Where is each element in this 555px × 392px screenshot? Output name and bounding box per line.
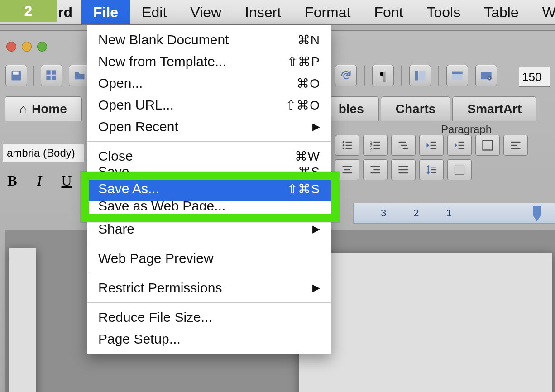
gallery-icon[interactable] bbox=[446, 65, 468, 86]
menu-page-setup[interactable]: Page Setup... bbox=[87, 328, 331, 350]
svg-rect-29 bbox=[431, 148, 436, 149]
menu-open-recent[interactable]: Open Recent ▶ bbox=[87, 116, 331, 138]
menu-reduce-file-size[interactable]: Reduce File Size... bbox=[87, 306, 331, 328]
multilevel-list-icon[interactable] bbox=[391, 135, 416, 156]
svg-point-16 bbox=[343, 148, 345, 150]
svg-text:3: 3 bbox=[370, 147, 372, 151]
menu-save-as[interactable]: Save As... ⇧⌘S bbox=[87, 176, 331, 201]
align-left-icon[interactable] bbox=[503, 135, 528, 156]
qat-save-icon[interactable] bbox=[5, 65, 27, 86]
menu-restrict-permissions-label: Restrict Permissions bbox=[98, 280, 222, 296]
menu-share-label: Share bbox=[98, 221, 134, 237]
menu-web-preview-label: Web Page Preview bbox=[98, 251, 214, 266]
font-style-group: B I U bbox=[3, 171, 76, 190]
close-window-icon[interactable] bbox=[6, 42, 16, 52]
underline-button[interactable]: U bbox=[57, 171, 76, 190]
svg-rect-4 bbox=[46, 76, 50, 80]
zoom-level[interactable]: 150 bbox=[519, 67, 550, 87]
menu-window[interactable]: Wi bbox=[531, 0, 555, 24]
menu-insert[interactable]: Insert bbox=[233, 0, 293, 24]
shading-icon[interactable] bbox=[447, 159, 472, 180]
ruler-mark-2: 2 bbox=[413, 207, 419, 219]
svg-rect-45 bbox=[399, 172, 408, 173]
window-traffic-lights[interactable] bbox=[6, 42, 47, 52]
menu-separator bbox=[87, 273, 331, 273]
menu-reduce-file-size-label: Reduce File Size... bbox=[98, 310, 212, 325]
svg-rect-31 bbox=[459, 145, 464, 146]
svg-rect-48 bbox=[431, 172, 436, 173]
menu-open[interactable]: Open... ⌘O bbox=[87, 72, 331, 94]
svg-rect-40 bbox=[371, 166, 380, 167]
font-name-field[interactable]: ambria (Body) bbox=[3, 144, 84, 162]
tab-charts[interactable]: Charts bbox=[381, 96, 451, 121]
horizontal-ruler[interactable]: 3 2 1 bbox=[353, 203, 555, 224]
qat-grid-icon[interactable] bbox=[41, 65, 62, 86]
menu-save[interactable]: Save ⌘S bbox=[87, 167, 331, 176]
align-right-icon[interactable] bbox=[363, 159, 388, 180]
svg-rect-13 bbox=[346, 142, 352, 143]
line-spacing-icon[interactable] bbox=[419, 159, 444, 180]
menu-separator bbox=[87, 244, 331, 244]
svg-rect-3 bbox=[52, 70, 56, 74]
minimize-window-icon[interactable] bbox=[22, 42, 32, 52]
file-menu-dropdown: New Blank Document ⌘N New from Template.… bbox=[87, 25, 331, 354]
step-badge: 2 bbox=[0, 0, 57, 22]
tab-home[interactable]: ⌂ Home bbox=[5, 96, 82, 121]
menu-restrict-permissions[interactable]: Restrict Permissions ▶ bbox=[87, 277, 331, 299]
svg-rect-6 bbox=[415, 71, 418, 81]
borders-icon[interactable] bbox=[475, 135, 500, 156]
tab-smartart[interactable]: SmartArt bbox=[452, 96, 536, 121]
svg-rect-23 bbox=[374, 148, 380, 149]
svg-rect-30 bbox=[459, 142, 464, 143]
menu-close-shortcut: ⌘W bbox=[295, 149, 320, 164]
bullet-list-icon[interactable] bbox=[335, 135, 359, 156]
menu-open-url[interactable]: Open URL... ⇧⌘O bbox=[87, 94, 331, 116]
menu-file[interactable]: File bbox=[81, 0, 130, 24]
svg-rect-19 bbox=[374, 142, 380, 143]
menu-view[interactable]: View bbox=[178, 0, 233, 24]
menu-tools[interactable]: Tools bbox=[415, 0, 472, 24]
ruler-tab-marker-icon[interactable] bbox=[533, 206, 541, 221]
svg-rect-7 bbox=[419, 71, 426, 81]
justify-icon[interactable] bbox=[391, 159, 416, 180]
zoom-window-icon[interactable] bbox=[37, 42, 47, 52]
media-icon[interactable] bbox=[475, 65, 497, 86]
tab-home-label: Home bbox=[32, 102, 67, 116]
decrease-indent-icon[interactable] bbox=[419, 135, 444, 156]
menu-web-preview[interactable]: Web Page Preview bbox=[87, 248, 331, 269]
svg-rect-46 bbox=[431, 167, 436, 167]
menu-share[interactable]: Share ▶ bbox=[87, 218, 331, 240]
svg-rect-35 bbox=[511, 145, 517, 146]
svg-rect-5 bbox=[52, 76, 56, 80]
menu-open-label: Open... bbox=[98, 76, 143, 91]
svg-rect-21 bbox=[374, 145, 380, 146]
italic-button[interactable]: I bbox=[30, 171, 49, 190]
menu-new-blank-shortcut: ⌘N bbox=[297, 33, 320, 48]
menu-new-template[interactable]: New from Template... ⇧⌘P bbox=[87, 51, 331, 72]
document-page[interactable] bbox=[299, 253, 552, 392]
menu-new-blank[interactable]: New Blank Document ⌘N bbox=[87, 29, 331, 51]
increase-indent-icon[interactable] bbox=[447, 135, 472, 156]
ruler-mark-1: 1 bbox=[446, 207, 452, 219]
svg-rect-9 bbox=[452, 72, 462, 74]
svg-rect-38 bbox=[344, 169, 350, 170]
redo-icon[interactable] bbox=[335, 65, 357, 86]
number-list-icon[interactable]: 123 bbox=[363, 135, 388, 156]
tab-tables[interactable]: bles bbox=[324, 96, 379, 121]
menu-separator bbox=[87, 141, 331, 142]
menu-close[interactable]: Close ⌘W bbox=[87, 145, 331, 167]
menu-save-webpage[interactable]: Save as Web Page... bbox=[87, 201, 331, 210]
sidebar-icon[interactable] bbox=[409, 65, 431, 86]
pilcrow-icon[interactable]: ¶ bbox=[372, 65, 394, 86]
submenu-arrow-icon: ▶ bbox=[312, 121, 320, 133]
bold-button[interactable]: B bbox=[3, 171, 22, 190]
menu-save-shortcut: ⌘S bbox=[298, 167, 320, 176]
svg-rect-34 bbox=[511, 142, 521, 143]
menu-format[interactable]: Format bbox=[293, 0, 362, 24]
font-group: ambria (Body) bbox=[3, 139, 84, 167]
align-center-icon[interactable] bbox=[335, 159, 359, 180]
menu-font[interactable]: Font bbox=[362, 0, 415, 24]
menu-table[interactable]: Table bbox=[472, 0, 531, 24]
menu-edit[interactable]: Edit bbox=[130, 0, 178, 24]
svg-rect-43 bbox=[399, 166, 408, 167]
